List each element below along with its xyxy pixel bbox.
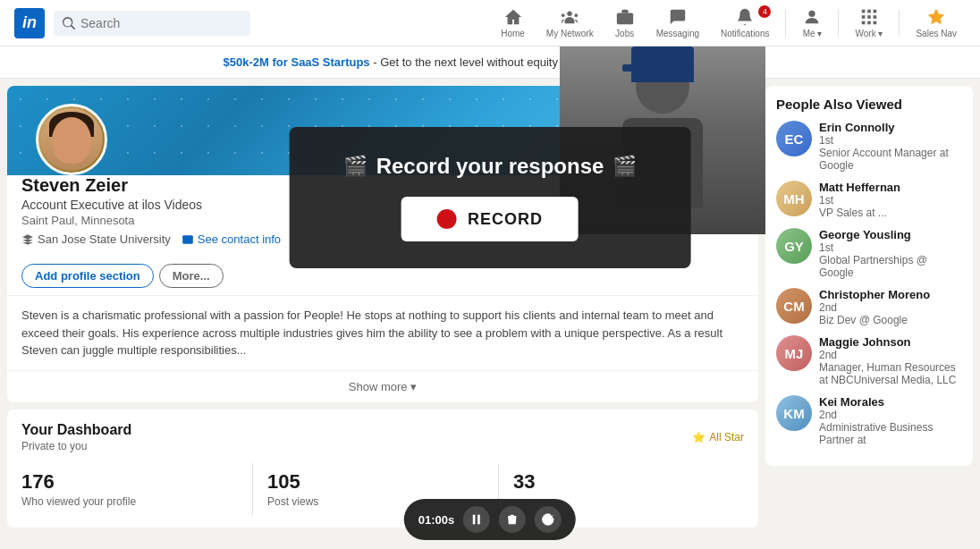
delete-button[interactable] xyxy=(499,506,526,533)
svg-rect-12 xyxy=(867,21,871,25)
person-name-christopher[interactable]: Christopher Moreno xyxy=(819,288,930,301)
banner-link[interactable]: $50k-2M for SaaS Startups xyxy=(224,55,370,69)
pause-icon xyxy=(469,512,484,527)
profile-avatar xyxy=(36,104,107,175)
list-item: GY George Yousling 1st Global Partnershi… xyxy=(776,228,962,279)
record-button[interactable]: RECORD xyxy=(401,197,579,241)
avatar-kei: KM xyxy=(776,395,812,431)
dashboard-title-group: Your Dashboard Private to you xyxy=(21,422,131,452)
nav-work[interactable]: Work ▾ xyxy=(846,4,891,42)
person-name[interactable]: George Yousling xyxy=(819,228,962,241)
nav-me[interactable]: Me ▾ xyxy=(793,4,831,42)
svg-rect-5 xyxy=(862,10,866,13)
record-title: 🎬 Record your response 🎬 xyxy=(343,154,638,179)
person-name[interactable]: Matt Heffernan xyxy=(819,181,900,194)
svg-rect-6 xyxy=(867,10,871,13)
nav-divider-2 xyxy=(838,10,839,37)
profile-about: Steven is a charismatic professional wit… xyxy=(7,295,758,370)
nav-my-network[interactable]: My Network xyxy=(537,4,603,42)
svg-rect-13 xyxy=(874,21,877,25)
record-emoji-right: 🎬 xyxy=(612,155,637,178)
profile-contact[interactable]: See contact info xyxy=(182,232,281,246)
svg-rect-3 xyxy=(616,13,632,24)
person-info-matt: Matt Heffernan 1st VP Sales at ... xyxy=(819,181,900,219)
svg-rect-8 xyxy=(862,15,866,19)
banner-text: - Get to the next level without equity d… xyxy=(370,55,724,69)
person-info-kei: Kei Morales 2nd Administrative Business … xyxy=(819,395,962,446)
more-button[interactable]: More... xyxy=(159,264,224,288)
person-name[interactable]: Erin Connolly xyxy=(819,121,962,134)
show-more-button[interactable]: Show more ▾ xyxy=(7,370,758,402)
svg-point-1 xyxy=(562,13,565,17)
person-role: VP Sales at ... xyxy=(819,207,900,219)
person-degree: 2nd xyxy=(819,409,962,421)
list-item: CM Christopher Moreno 2nd Biz Dev @ Goog… xyxy=(776,288,962,326)
svg-point-0 xyxy=(568,12,573,16)
avatar-maggie: MJ xyxy=(776,335,812,371)
avatar-christopher: CM xyxy=(776,288,812,324)
svg-rect-15 xyxy=(182,235,193,243)
list-item: KM Kei Morales 2nd Administrative Busine… xyxy=(776,395,962,446)
list-item: MJ Maggie Johnson 2nd Manager, Human Res… xyxy=(776,335,962,386)
person-role: Global Partnerships @ Google xyxy=(819,254,962,279)
svg-rect-9 xyxy=(867,15,871,19)
star-icon: ⭐ xyxy=(692,431,705,443)
stat-profile-views-label: Who viewed your profile xyxy=(21,495,252,508)
dashboard-title: Your Dashboard xyxy=(21,422,131,438)
person-degree: 2nd xyxy=(819,349,962,361)
list-item: EC Erin Connolly 1st Senior Account Mana… xyxy=(776,121,962,172)
nav-messaging[interactable]: Messaging xyxy=(647,4,708,42)
recording-time: 01:00s xyxy=(418,513,454,527)
person-role: Senior Account Manager at Google xyxy=(819,147,962,172)
all-star-label: All Star xyxy=(709,431,744,443)
svg-rect-11 xyxy=(862,21,866,25)
svg-marker-14 xyxy=(928,9,944,24)
linkedin-logo[interactable]: in xyxy=(14,8,45,38)
record-modal: 🎬 Record your response 🎬 RECORD xyxy=(290,127,691,268)
svg-rect-17 xyxy=(478,515,481,525)
show-more-label: Show more xyxy=(349,380,408,393)
search-bar[interactable] xyxy=(54,11,250,36)
nav-divider-1 xyxy=(785,10,786,37)
person-role: Administrative Business Partner at xyxy=(819,421,962,446)
contact-info-link: See contact info xyxy=(198,232,281,246)
person-name[interactable]: Kei Morales xyxy=(819,395,962,409)
notification-badge: 4 xyxy=(758,5,771,18)
done-button[interactable] xyxy=(535,506,562,533)
record-dot-icon xyxy=(437,209,457,229)
avatar-george: GY xyxy=(776,228,812,264)
svg-rect-10 xyxy=(874,15,877,19)
search-input[interactable] xyxy=(80,16,241,30)
banner-ad-label: Ad xyxy=(727,56,740,69)
person-role: Biz Dev @ Google xyxy=(819,314,930,326)
top-nav: in Home My Network Jobs Messaging 4 Noti… xyxy=(0,0,980,46)
nav-sales-nav[interactable]: Sales Nav xyxy=(907,4,966,42)
person-degree: 1st xyxy=(819,194,900,207)
nav-icons: Home My Network Jobs Messaging 4 Notific… xyxy=(492,4,966,42)
university-name: San Jose State University xyxy=(38,232,171,246)
dashboard-header: Your Dashboard Private to you ⭐ All Star xyxy=(21,422,744,452)
record-emoji-left: 🎬 xyxy=(343,155,368,178)
profile-university[interactable]: San Jose State University xyxy=(21,232,171,246)
person-name[interactable]: Maggie Johnson xyxy=(819,335,962,349)
svg-rect-16 xyxy=(473,515,476,525)
person-info-george: George Yousling 1st Global Partnerships … xyxy=(819,228,962,279)
avatar-matt: MH xyxy=(776,181,812,216)
pause-button[interactable] xyxy=(463,506,490,533)
nav-notifications[interactable]: 4 Notifications xyxy=(712,4,778,42)
person-degree: 1st xyxy=(819,134,962,147)
nav-jobs[interactable]: Jobs xyxy=(606,4,644,42)
add-profile-section-button[interactable]: Add profile section xyxy=(21,264,154,288)
nav-divider-3 xyxy=(899,10,900,37)
person-info-erin: Erin Connolly 1st Senior Account Manager… xyxy=(819,121,962,172)
nav-home[interactable]: Home xyxy=(492,4,534,42)
stat-profile-views[interactable]: 176 Who viewed your profile xyxy=(21,463,252,515)
person-info-christopher: Christopher Moreno 2nd Biz Dev @ Google xyxy=(819,288,930,326)
recording-toolbar: 01:00s xyxy=(404,499,576,540)
stat-third-num: 33 xyxy=(513,470,744,494)
record-title-text: Record your response xyxy=(376,154,604,179)
banner-more-icon[interactable]: ··· xyxy=(748,55,757,69)
person-info-maggie: Maggie Johnson 2nd Manager, Human Resour… xyxy=(819,335,962,386)
promo-banner: $50k-2M for SaaS Startups - Get to the n… xyxy=(0,46,980,79)
avatar-face xyxy=(52,117,91,164)
